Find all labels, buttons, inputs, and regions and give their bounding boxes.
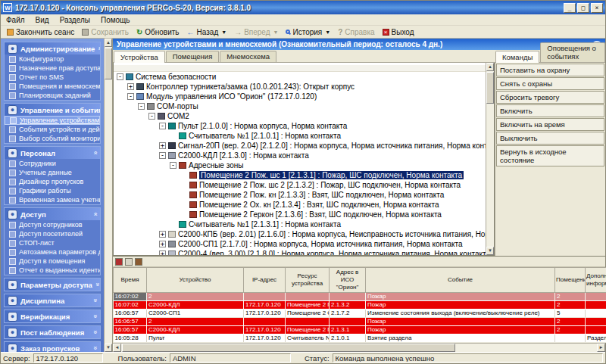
toolbar-button-Назад[interactable]: ←Назад▼ [183,27,231,37]
tree-expander-icon[interactable]: - [159,152,166,159]
sidebar-item[interactable]: Отчет по SMS [5,73,100,82]
event-row[interactable]: 16:07:022Пожар2 [114,293,606,301]
tree-expander-icon[interactable]: - [148,113,155,120]
tree-expander-icon[interactable]: + [159,142,166,149]
event-row[interactable]: 16:06:572Пожар2 [114,318,606,326]
sidebar-group-header[interactable]: ●Доступ» [5,208,100,220]
chevron-down-icon[interactable]: » [91,346,98,350]
command-button-Сбросить тревогу[interactable]: Сбросить тревогу [496,91,604,104]
scrollbar-thumb[interactable] [105,48,112,79]
tab-Мнемосхема[interactable]: Мнемосхема [220,51,276,62]
menu-Разделы[interactable]: Разделы [55,15,95,25]
menu-Помощь[interactable]: Помощь [95,15,136,25]
sidebar-item[interactable]: Учетные данные [5,168,100,177]
tree-expander-icon[interactable]: - [117,73,123,80]
event-row[interactable]: 16:06:57С2000-КДЛ172.17.0.120Помещение 2… [114,326,606,334]
tree-node[interactable]: Помещение 2 Ох. кн [2.1.3.4] : Взят, ШС … [114,200,486,210]
scroll-down-icon[interactable]: ▼ [486,247,494,255]
command-button-Включить[interactable]: Включить [496,104,604,117]
scroll-right-icon[interactable]: ► [597,344,605,352]
chevron-up-icon[interactable]: » [91,212,98,216]
sidebar-item[interactable]: Помещения и мнемосхема [5,82,100,91]
tree-node[interactable]: -Адресные зоны [114,160,486,170]
sidebar-item[interactable]: Сотрудники [5,159,100,168]
chevron-down-icon[interactable]: » [91,298,98,302]
sidebar-group-header[interactable]: ●Пост наблюдения» [5,326,100,338]
chevron-down-icon[interactable]: » [91,314,98,318]
tree-node[interactable]: -Система безопасности [114,72,486,82]
menu-Вид[interactable]: Вид [30,15,55,25]
tree-expander-icon[interactable]: + [127,83,134,90]
sidebar-item[interactable]: СТОП-лист [5,238,100,247]
column-header[interactable]: IP-адрес [244,268,286,293]
tree-node[interactable]: +Контроллер турникета/замка (10.0.201.24… [114,82,486,92]
scroll-down-icon[interactable]: ▼ [105,344,112,352]
tree-node[interactable]: Помещение 2 Геркон [2.1.3.6] : Взят, ШС … [114,210,486,219]
column-header[interactable]: Ресурс устройства [286,268,330,293]
sidebar-item[interactable]: Доступ сотрудников [5,220,100,229]
scrollbar-thumb[interactable] [122,344,455,352]
tree-expander-icon[interactable]: + [159,250,166,255]
toolbar-button-История[interactable]: История▼ [282,27,334,37]
tab-Команды[interactable]: Команды [495,51,539,63]
menu-Файл[interactable]: Файл [1,15,30,25]
tree-expander-icon[interactable]: - [127,93,134,100]
sidebar-group-header[interactable]: ●Персонал» [5,147,100,159]
chevron-down-icon[interactable]: ▼ [325,30,330,35]
column-header[interactable]: Время [114,268,147,293]
command-button-Вернуть в исходное состояние[interactable]: Вернуть в исходное состояние [496,145,604,166]
event-row[interactable]: 16:07:02С2000-КДЛ172.17.0.120Помещение 2… [114,301,606,310]
sidebar-group-header[interactable]: ●Администрирование» [5,42,100,54]
scrollbar-thumb[interactable] [486,72,494,104]
tree-expander-icon[interactable]: - [138,103,145,110]
sidebar-item[interactable]: Конфигуратор [5,54,100,64]
sidebar-item[interactable]: Доступ посетителей [5,229,100,238]
tree-scrollbar[interactable]: ▲ ▼ [486,63,494,255]
command-button-Включить на время[interactable]: Включить на время [496,118,604,131]
tree-node[interactable]: Помещение 2 Пож. кн [2.1.3.3] : Взят, ШС… [114,190,486,200]
tree-node[interactable]: +С2000-КПБ (вер. 2.01) [2.1.6.0] : Норма… [114,229,486,239]
tree-node[interactable]: -COM2 [114,111,486,121]
print-events-icon[interactable] [115,258,123,266]
chevron-down-icon[interactable]: ▼ [273,30,279,35]
sidebar-item[interactable]: Дизайнер пропусков [5,177,100,186]
export-events-icon[interactable] [135,258,142,266]
tree-node[interactable]: Считыватель №1 [2.1.0.1] : Норма контакт… [114,131,486,141]
sidebar-scrollbar[interactable]: ▲ ▼ [104,39,112,352]
tree-expander-icon[interactable]: - [159,123,166,129]
tree-node[interactable]: Помещение 2 Пож. шс 2 [2.1.3.2] : Пожар,… [114,180,486,190]
scroll-left-icon[interactable]: ◄ [113,344,121,352]
command-button-Выключить[interactable]: Выключить [496,132,604,145]
sidebar-group-header[interactable]: ●Заказ пропусков» [5,342,100,352]
sidebar-item[interactable]: Временная замена учетных ... [5,195,100,204]
tab-Помещения[interactable]: Помещения [166,51,220,62]
tab-Устройства[interactable]: Устройства [114,51,165,63]
sidebar-item[interactable]: Выбор событий мониторинга [5,134,100,143]
chevron-down-icon[interactable]: ▼ [221,30,226,35]
scroll-up-icon[interactable]: ▲ [486,63,494,71]
sidebar-item[interactable]: Планировщик заданий [5,91,100,100]
tree-node[interactable]: -С2000-КДЛ [2.1.3.0] : Норма контакта [114,151,486,160]
sidebar-item[interactable]: Автозамена параметров до... [5,247,100,257]
column-header[interactable]: Дополнит. информ. [586,268,606,293]
sidebar-item[interactable]: События устройств и дейст... [5,125,100,134]
sidebar-group-header[interactable]: ●Параметры доступа» [5,278,100,291]
sidebar-item[interactable]: Отчет о выданных идентиф... [5,266,100,275]
toolbar-button-Обновить[interactable]: ↻Обновить [133,27,183,37]
event-row[interactable]: 16:05:28Пульт172.17.0.120Считыватель N2.… [114,334,606,343]
chevron-up-icon[interactable]: » [96,46,100,50]
sidebar-item[interactable]: Назначение прав доступа о... [5,64,100,73]
tree-node[interactable]: +Сигнал-20П (вер. 2.04) [2.1.2.0] : Норм… [114,141,486,151]
filter-events-icon[interactable] [125,258,133,266]
sidebar-item[interactable]: Управление устройствами и... [5,116,100,125]
scroll-up-icon[interactable]: ▲ [105,39,112,47]
chevron-down-icon[interactable]: » [91,330,98,334]
tree-node[interactable]: Помещение 2 Пож. шс 1 [2.1.3.1] : Пожар,… [114,170,486,180]
column-header[interactable]: Устройство [147,268,244,293]
sidebar-group-header[interactable]: ●Верификация» [5,310,100,322]
event-row[interactable]: 16:06:57С2000-СП1172.17.0.120Помещение 2… [114,310,606,318]
tree-node[interactable]: Считыватель №1 [2.1.3.1] : Норма контакт… [114,219,486,229]
tree-expander-icon[interactable]: - [170,162,176,169]
tree-expander-icon[interactable]: + [159,231,166,238]
sidebar-item[interactable]: Доступ в помещения [5,257,100,266]
